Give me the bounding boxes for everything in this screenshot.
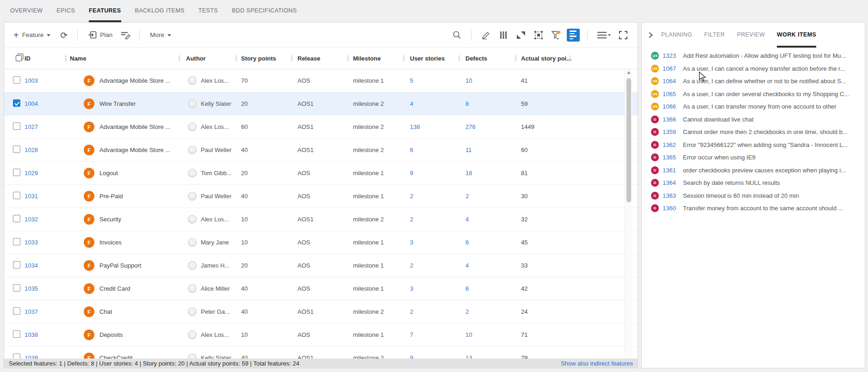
column-drag-handle[interactable] [515, 55, 516, 62]
column-header-id[interactable]: ID [25, 55, 65, 62]
user-stories-count-link[interactable]: 138 [410, 123, 420, 130]
table-row[interactable]: 1003 FAdvantage Mobile Store ... Alex Lo… [4, 69, 638, 92]
row-checkbox[interactable] [13, 76, 20, 84]
column-header-name[interactable]: Name [65, 55, 179, 62]
add-feature-button[interactable]: + Feature [10, 29, 54, 41]
view-options-button[interactable] [595, 28, 613, 42]
work-item-row[interactable]: D 1364 Search by date returns NULL resul… [642, 177, 865, 189]
work-item-row[interactable]: QS 1323 Add Rest automation - Allow addi… [642, 49, 865, 62]
user-stories-count-link[interactable]: 2 [410, 193, 413, 200]
tab-epics[interactable]: EPICS [56, 0, 75, 22]
column-drag-handle[interactable] [347, 55, 349, 62]
column-header-story-points[interactable]: Story points [236, 55, 291, 62]
row-checkbox[interactable] [13, 284, 20, 292]
work-item-row[interactable]: D 1362 Error "9234566122" when adding so… [642, 139, 865, 152]
feature-id-link[interactable]: 1037 [25, 308, 38, 315]
edit-button[interactable] [479, 28, 493, 42]
row-checkbox[interactable] [13, 261, 20, 268]
feature-id-link[interactable]: 1029 [25, 170, 38, 177]
work-item-id-link[interactable]: 1361 [663, 167, 679, 174]
work-item-id-link[interactable]: 1364 [663, 179, 679, 186]
user-stories-count-link[interactable]: 5 [410, 77, 413, 84]
row-checkbox[interactable] [13, 238, 20, 245]
column-header-user-stories[interactable]: User stories [403, 55, 459, 62]
work-item-id-link[interactable]: 1366 [663, 116, 679, 123]
select-all-button[interactable] [12, 53, 25, 63]
feature-id-link[interactable]: 1038 [25, 331, 38, 338]
row-checkbox[interactable] [13, 169, 20, 176]
row-checkbox[interactable] [13, 122, 20, 130]
table-row[interactable]: 1004 FWire Transfer Kelly Slater 20 AOS1… [4, 92, 638, 116]
row-checkbox[interactable] [13, 330, 20, 338]
details-view-toggle[interactable] [567, 29, 580, 42]
table-row[interactable]: 1028 FAdvantage Mobile Store ... Paul We… [4, 139, 638, 162]
table-row[interactable]: 1033 FInvoices Mary Jane 10 AOS mileston… [4, 231, 638, 254]
work-item-id-link[interactable]: 1359 [663, 128, 679, 135]
defects-count-link[interactable]: 276 [465, 123, 476, 130]
feature-id-link[interactable]: 1028 [25, 146, 38, 153]
column-header-actual-story-points[interactable]: Actual story poi... [515, 55, 572, 62]
row-checkbox[interactable] [13, 215, 20, 222]
defects-count-link[interactable]: 2 [465, 308, 469, 315]
row-checkbox[interactable] [13, 192, 20, 199]
work-item-row[interactable]: D 1366 Cannot download live chat [642, 113, 865, 126]
sidebar-tab-preview[interactable]: PREVIEW [737, 23, 765, 48]
defects-count-link[interactable]: 4 [465, 216, 469, 223]
feature-id-link[interactable]: 1035 [25, 285, 38, 292]
feature-id-link[interactable]: 1027 [25, 123, 38, 130]
work-item-row[interactable]: D 1363 Session timeout is 60 min instead… [642, 189, 865, 202]
more-button[interactable]: More [146, 29, 175, 41]
defects-count-link[interactable]: 10 [465, 331, 472, 338]
table-scrollbar[interactable] [625, 69, 632, 360]
work-item-id-link[interactable]: 1065 [663, 91, 679, 98]
defects-count-link[interactable]: 2 [465, 193, 469, 200]
columns-button[interactable] [496, 28, 510, 42]
collapse-button[interactable] [514, 28, 528, 42]
work-item-id-link[interactable]: 1064 [663, 78, 679, 85]
sidebar-tab-planning[interactable]: PLANNING [661, 23, 692, 48]
table-row[interactable]: 1031 FPre-Paid Paul Weller 40 AOS milest… [4, 185, 638, 208]
table-row[interactable]: 1034 FPayPal Support James H... 20 AOS m… [4, 254, 638, 277]
filter-button[interactable] [549, 28, 563, 42]
work-item-id-link[interactable]: 1360 [663, 205, 679, 212]
user-stories-count-link[interactable]: 3 [410, 239, 413, 246]
column-drag-handle[interactable] [65, 55, 67, 62]
table-row[interactable]: 1035 FCredit Card Alice Miller 40 AOS mi… [4, 277, 638, 300]
feature-id-link[interactable]: 1034 [25, 262, 38, 269]
expand-panel-button[interactable] [647, 23, 654, 48]
tab-bdd-specifications[interactable]: BDD SPECIFICATIONS [232, 0, 297, 22]
work-item-row[interactable]: US 1064 As a user, I can define whether … [642, 75, 865, 88]
work-item-id-link[interactable]: 1067 [663, 65, 679, 72]
column-header-defects[interactable]: Defects [459, 55, 515, 62]
tab-overview[interactable]: OVERVIEW [10, 0, 43, 22]
scroll-up-icon[interactable] [627, 71, 631, 74]
tab-features[interactable]: FEATURES [89, 0, 121, 22]
scrollbar-thumb[interactable] [626, 78, 631, 202]
column-header-author[interactable]: Author [179, 55, 236, 62]
search-button[interactable] [450, 28, 464, 42]
work-item-id-link[interactable]: 1363 [663, 192, 679, 199]
defects-count-link[interactable]: 4 [465, 262, 469, 269]
sidebar-tab-work-items[interactable]: WORK ITEMS [777, 23, 816, 48]
row-checkbox[interactable] [13, 99, 20, 107]
work-item-id-link[interactable]: 1323 [663, 52, 679, 59]
select-area-button[interactable] [532, 28, 546, 42]
user-stories-count-link[interactable]: 3 [410, 285, 413, 292]
defects-count-link[interactable]: 18 [465, 170, 472, 177]
column-drag-handle[interactable] [459, 55, 460, 62]
work-item-row[interactable]: D 1365 Error occur when using IE9 [642, 151, 865, 164]
column-header-release[interactable]: Release [291, 55, 347, 62]
defects-count-link[interactable]: 6 [465, 285, 469, 292]
column-header-milestone[interactable]: Milestone [347, 55, 403, 62]
work-item-row[interactable]: US 1065 As a user, I can order several c… [642, 88, 865, 101]
user-stories-count-link[interactable]: 2 [410, 216, 413, 223]
column-drag-handle[interactable] [179, 55, 180, 62]
show-indirect-features-link[interactable]: Show also indirect features [561, 360, 633, 367]
user-stories-count-link[interactable]: 4 [410, 100, 413, 107]
table-row[interactable]: 1027 FAdvantage Mobile Store ... Alex Lo… [4, 116, 638, 139]
bulk-update-button[interactable] [119, 28, 133, 42]
defects-count-link[interactable]: 8 [465, 100, 469, 107]
refresh-button[interactable]: ⟳ [57, 28, 71, 42]
user-stories-count-link[interactable]: 7 [410, 331, 413, 338]
work-item-row[interactable]: D 1360 Transfer money from account to th… [642, 202, 865, 215]
